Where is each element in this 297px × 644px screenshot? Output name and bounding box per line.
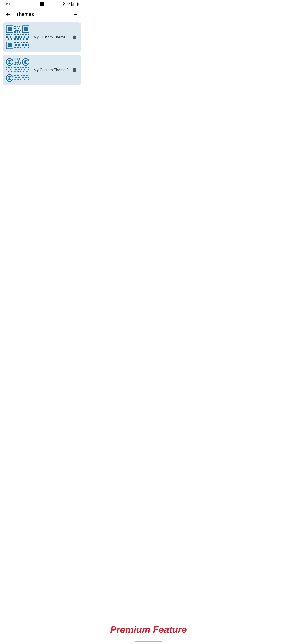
theme-info-1: My Custom Theme: [33, 33, 78, 41]
svg-rect-34: [11, 38, 12, 40]
svg-point-104: [18, 77, 20, 78]
svg-point-84: [6, 69, 7, 70]
theme-qr-preview-2: [5, 58, 30, 82]
svg-point-87: [18, 69, 20, 70]
status-bar: 2:23: [0, 0, 84, 8]
svg-rect-49: [28, 44, 29, 46]
back-button[interactable]: [3, 10, 12, 19]
svg-rect-44: [26, 42, 28, 44]
svg-rect-54: [28, 46, 29, 48]
svg-rect-52: [20, 46, 21, 48]
theme-name-2: My Custom Theme 2: [33, 68, 69, 72]
svg-point-69: [15, 62, 16, 64]
svg-point-92: [11, 71, 12, 72]
svg-point-77: [10, 67, 12, 68]
svg-rect-26: [6, 36, 7, 38]
svg-point-85: [9, 69, 11, 70]
svg-rect-30: [21, 36, 22, 38]
delete-theme-1-button[interactable]: [70, 33, 78, 41]
svg-rect-22: [20, 34, 21, 35]
theme-card-1[interactable]: My Custom Theme: [3, 22, 81, 52]
svg-rect-32: [28, 36, 29, 38]
svg-rect-36: [17, 38, 19, 40]
add-button[interactable]: [71, 10, 80, 19]
svg-point-67: [14, 60, 16, 62]
svg-point-110: [20, 79, 21, 80]
delete-icon-2: [72, 68, 77, 72]
svg-rect-5: [7, 44, 12, 48]
svg-point-106: [25, 77, 27, 78]
svg-rect-16: [19, 31, 20, 33]
svg-rect-11: [15, 30, 16, 31]
svg-point-88: [21, 69, 22, 70]
svg-point-89: [24, 69, 25, 70]
svg-rect-28: [15, 36, 16, 38]
svg-rect-25: [28, 34, 29, 35]
svg-rect-13: [20, 30, 21, 31]
svg-point-103: [15, 77, 16, 78]
svg-rect-39: [26, 38, 28, 40]
status-icons: [62, 2, 80, 6]
svg-rect-10: [18, 28, 19, 29]
theme-card-2[interactable]: My Custom Theme 2: [3, 55, 81, 85]
svg-rect-9: [14, 28, 16, 29]
delete-theme-2-button[interactable]: [70, 66, 78, 74]
svg-point-111: [24, 79, 25, 80]
location-icon: [62, 2, 65, 6]
svg-point-73: [16, 64, 18, 65]
themes-list: My Custom Theme: [0, 20, 84, 90]
svg-rect-37: [20, 38, 21, 40]
svg-rect-41: [17, 42, 19, 44]
svg-point-82: [25, 67, 27, 68]
svg-point-66: [19, 58, 20, 60]
svg-point-101: [23, 75, 24, 76]
svg-point-74: [19, 64, 20, 65]
theme-qr-preview-1: [5, 25, 30, 50]
page-title: Themes: [16, 12, 71, 17]
svg-rect-8: [19, 26, 20, 27]
svg-rect-38: [23, 38, 24, 40]
svg-rect-27: [10, 36, 11, 38]
svg-rect-12: [17, 30, 19, 31]
svg-point-109: [17, 79, 19, 80]
svg-point-95: [20, 71, 21, 72]
delete-icon-1: [72, 35, 77, 40]
wifi-icon: [66, 2, 70, 6]
back-icon: [5, 12, 11, 17]
svg-point-99: [17, 75, 19, 76]
signal-icon: [71, 2, 74, 6]
svg-point-72: [14, 64, 16, 65]
svg-point-83: [28, 67, 29, 68]
battery-icon: [75, 2, 80, 6]
svg-rect-6: [14, 26, 16, 27]
svg-rect-33: [7, 38, 9, 40]
svg-rect-7: [16, 26, 18, 27]
svg-rect-42: [20, 42, 22, 44]
svg-rect-20: [14, 34, 16, 35]
svg-point-108: [14, 79, 16, 80]
svg-rect-3: [24, 27, 28, 31]
svg-rect-53: [24, 46, 25, 48]
svg-point-65: [16, 58, 18, 60]
svg-point-80: [20, 67, 21, 68]
svg-point-93: [14, 71, 16, 72]
svg-rect-48: [25, 44, 27, 46]
svg-point-76: [8, 67, 9, 68]
svg-point-94: [17, 71, 19, 72]
svg-rect-51: [17, 46, 19, 48]
svg-rect-29: [18, 36, 20, 38]
svg-point-97: [26, 71, 28, 72]
svg-rect-21: [17, 34, 19, 35]
svg-point-70: [17, 62, 19, 64]
svg-point-75: [6, 67, 7, 68]
svg-rect-14: [14, 31, 16, 33]
theme-info-2: My Custom Theme 2: [33, 66, 78, 74]
svg-point-86: [15, 69, 16, 70]
svg-point-57: [9, 61, 10, 62]
svg-point-71: [20, 62, 21, 64]
svg-point-91: [7, 71, 9, 72]
svg-rect-35: [14, 38, 16, 40]
svg-point-96: [23, 71, 24, 72]
svg-point-81: [22, 67, 24, 68]
svg-rect-15: [16, 31, 18, 33]
